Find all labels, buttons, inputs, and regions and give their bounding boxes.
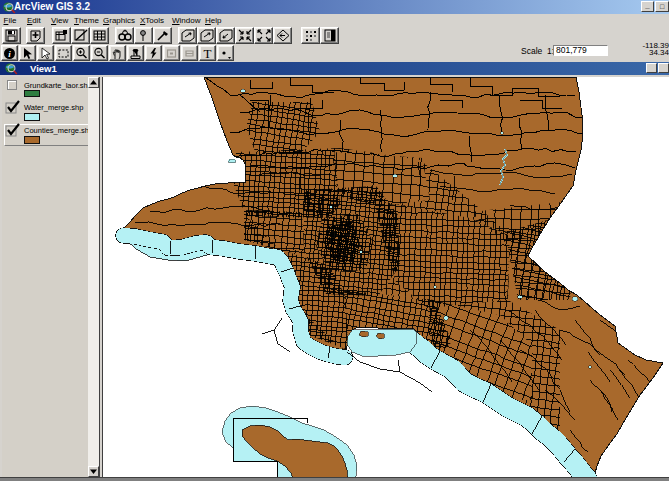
svg-text:T: T (204, 47, 212, 60)
